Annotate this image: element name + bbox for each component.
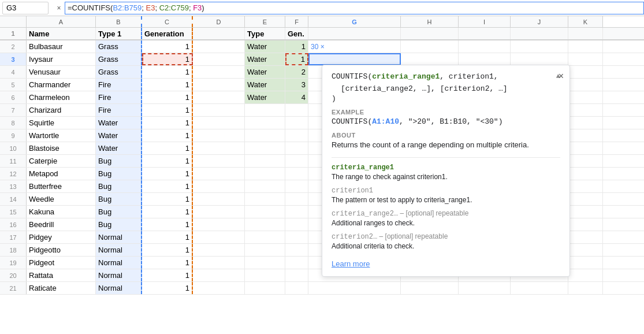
cell-a[interactable]: Wartortle (27, 129, 96, 142)
cell-e[interactable] (245, 142, 285, 154)
cell-1c[interactable]: Generation (142, 28, 193, 39)
cell-a[interactable]: Rattata (27, 269, 96, 281)
cell-6b[interactable]: Fire (96, 91, 142, 103)
cell-c[interactable]: 1 (142, 218, 193, 231)
cell-b[interactable]: Fire (96, 104, 142, 116)
cell-e[interactable] (245, 193, 285, 205)
cell-5e[interactable]: Water (245, 79, 285, 91)
cell-a[interactable]: Metapod (27, 168, 96, 180)
cell-d[interactable] (193, 155, 245, 167)
cell-6d[interactable] (193, 91, 245, 103)
tooltip-close-button[interactable]: × (559, 71, 564, 81)
cell-f[interactable] (285, 180, 308, 192)
cell-e[interactable] (245, 218, 285, 231)
cell-3h[interactable] (401, 53, 459, 65)
cell-5c[interactable]: 1 (142, 79, 193, 91)
cell-e[interactable] (245, 282, 285, 294)
cell-k[interactable] (568, 104, 603, 116)
cell-d[interactable] (193, 129, 245, 142)
cell-1e[interactable]: Type (245, 28, 285, 39)
cell-f[interactable] (285, 282, 308, 294)
cell-k[interactable] (568, 168, 603, 180)
cell-b[interactable]: Bug (96, 206, 142, 218)
cell-a[interactable]: Beedrill (27, 218, 96, 231)
cell-c[interactable]: 1 (142, 231, 193, 243)
cell-b[interactable]: Bug (96, 168, 142, 180)
cell-f[interactable] (285, 257, 308, 269)
cell-b[interactable]: Bug (96, 218, 142, 231)
cell-3i[interactable] (459, 53, 511, 65)
col-header-e[interactable]: E (245, 16, 285, 27)
formula-input[interactable]: =COUNTIFS(B2:B759; E3; C2:C759; F3) (65, 2, 644, 14)
cell-4f[interactable]: 2 (285, 66, 308, 78)
cell-k[interactable] (568, 231, 603, 243)
cell-3b[interactable]: Grass (96, 53, 142, 65)
cell-a[interactable]: Pidgeotto (27, 244, 96, 256)
cell-e[interactable] (245, 257, 285, 269)
cell-e[interactable] (245, 269, 285, 281)
cell-f[interactable] (285, 104, 308, 116)
cell-f[interactable] (285, 193, 308, 205)
cell-e[interactable] (245, 244, 285, 256)
cell-b[interactable]: Normal (96, 269, 142, 281)
cell-b[interactable]: Bug (96, 180, 142, 192)
col-header-d[interactable]: D (193, 16, 245, 27)
cell-d[interactable] (193, 231, 245, 243)
cell-d[interactable] (193, 206, 245, 218)
col-header-f[interactable]: F (285, 16, 308, 27)
cell-a[interactable]: Blastoise (27, 142, 96, 154)
cell-e[interactable] (245, 104, 285, 116)
cell-2h[interactable] (401, 40, 459, 53)
cell-b[interactable]: Bug (96, 155, 142, 167)
col-header-k[interactable]: K (568, 16, 603, 27)
cell-e[interactable] (245, 155, 285, 167)
cell-6c[interactable]: 1 (142, 91, 193, 103)
cell-f[interactable] (285, 269, 308, 281)
cell-3d[interactable] (193, 53, 245, 65)
cell-c[interactable]: 1 (142, 142, 193, 154)
cell-4k[interactable] (568, 66, 603, 78)
cell-f[interactable] (285, 129, 308, 142)
cell-e[interactable] (245, 168, 285, 180)
cell-1i[interactable] (459, 28, 511, 39)
cell-1k[interactable] (568, 28, 603, 39)
cell-1g[interactable] (308, 28, 401, 39)
col-header-g[interactable]: G (308, 16, 401, 27)
cell-f[interactable] (285, 155, 308, 167)
cell-b[interactable]: Normal (96, 231, 142, 243)
cell-2b[interactable]: Grass (96, 40, 142, 53)
cell-a[interactable]: Kakuna (27, 206, 96, 218)
cell-c[interactable]: 1 (142, 155, 193, 167)
cell-d[interactable] (193, 244, 245, 256)
cell-h[interactable] (401, 282, 459, 294)
cell-k[interactable] (568, 206, 603, 218)
cell-c[interactable]: 1 (142, 180, 193, 192)
cell-d[interactable] (193, 142, 245, 154)
cell-3a[interactable]: Ivysaur (27, 53, 96, 65)
cell-c[interactable]: 1 (142, 168, 193, 180)
cell-k[interactable] (568, 193, 603, 205)
cell-ref-box[interactable]: G3 (2, 2, 49, 14)
cell-2c[interactable]: 1 (142, 40, 193, 53)
cell-d[interactable] (193, 269, 245, 281)
cell-2f[interactable]: 1 (285, 40, 308, 53)
cell-e[interactable] (245, 117, 285, 129)
col-header-c[interactable]: C (142, 16, 193, 27)
cell-2a[interactable]: Bulbasaur (27, 40, 96, 53)
cell-e[interactable] (245, 129, 285, 142)
cell-f[interactable] (285, 244, 308, 256)
cell-a[interactable]: Weedle (27, 193, 96, 205)
cell-1b[interactable]: Type 1 (96, 28, 142, 39)
cell-2k[interactable] (568, 40, 603, 53)
cell-j[interactable] (511, 282, 568, 294)
cell-6e[interactable]: Water (245, 91, 285, 103)
cell-a[interactable]: Pidgeot (27, 257, 96, 269)
cell-b[interactable]: Water (96, 142, 142, 154)
cell-k[interactable] (568, 129, 603, 142)
cell-k[interactable] (568, 218, 603, 231)
cell-a[interactable]: Squirtle (27, 117, 96, 129)
cell-d[interactable] (193, 218, 245, 231)
cell-k[interactable] (568, 244, 603, 256)
cell-5k[interactable] (568, 79, 603, 91)
cell-2g[interactable]: 30 × (308, 40, 401, 53)
